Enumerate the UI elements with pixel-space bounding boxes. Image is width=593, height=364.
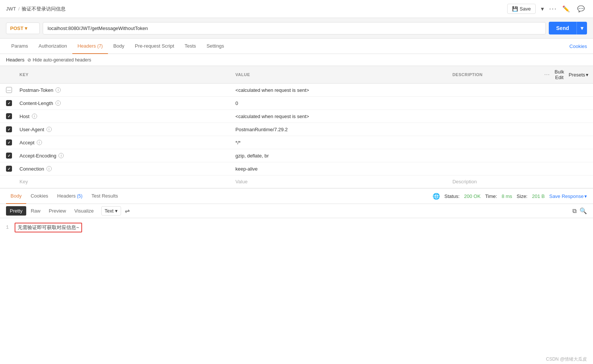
row-description [448,136,540,149]
info-icon[interactable]: i [46,166,52,171]
row-description [448,97,540,110]
row-actions [540,162,593,175]
url-input[interactable] [43,22,546,34]
response-section: Body Cookies Headers (5) Test Results 🌐 … [0,188,593,237]
row-actions [540,149,593,162]
size-value: 201 B [532,193,545,199]
tab-settings[interactable]: Settings [201,39,229,54]
globe-icon: 🌐 [433,193,440,200]
row-checkbox[interactable] [6,100,12,106]
info-icon[interactable]: i [58,153,64,158]
tab-headers[interactable]: Headers (7) [72,39,108,54]
table-row: Accept-Encodingigzip, deflate, br [0,149,593,162]
hide-auto-generated-button[interactable]: ⊘ Hide auto-generated headers [27,57,91,63]
row-value: keep-alive [231,162,448,175]
th-description: DESCRIPTION [448,66,540,84]
row-key: Connectioni [15,162,231,175]
response-tab-test-results[interactable]: Test Results [87,189,123,204]
footer: CSDN @情绪大瓜皮 [540,355,593,364]
more-options-button[interactable]: ··· [549,5,557,13]
info-icon[interactable]: i [46,127,52,132]
response-format-bar: Pretty Raw Preview Visualize Text ▾ ⇌ ⧉ … [0,204,593,218]
tab-body[interactable]: Body [108,39,130,54]
info-icon[interactable]: i [55,87,61,93]
chat-icon-button[interactable]: 💬 [575,4,587,14]
row-value: gzip, deflate, br [231,149,448,162]
text-format-select[interactable]: Text ▾ [101,206,121,216]
placeholder-value[interactable]: Value [231,175,448,188]
row-checkbox[interactable] [6,113,12,119]
time-label: Time: [485,193,497,199]
tab-authorization[interactable]: Authorization [33,39,72,54]
headers-table: KEY VALUE DESCRIPTION ··· Bulk Edit Pres… [0,66,593,188]
send-dropdown-icon: ▾ [577,22,587,34]
more-actions-icon[interactable]: ··· [544,72,550,77]
tab-tests[interactable]: Tests [180,39,201,54]
method-dropdown-icon: ▾ [25,25,27,31]
info-icon[interactable]: i [32,114,37,119]
row-checkbox-cell [0,110,15,123]
copy-button[interactable]: ⧉ [572,207,577,214]
tab-params[interactable]: Params [6,39,33,54]
save-response-dropdown-icon: ▾ [584,193,587,199]
send-button[interactable]: Send ▾ [549,22,587,34]
url-bar: POST ▾ Send ▾ [0,18,593,39]
row-actions [540,84,593,97]
wrap-icon[interactable]: ⇌ [125,207,130,214]
page-title: 验证不登录访问信息 [22,6,66,12]
format-tab-visualize[interactable]: Visualize [70,206,97,216]
row-checkbox-cell [0,123,15,136]
bulk-edit-button[interactable]: Bulk Edit [555,69,564,80]
response-body: 1 无需验证即可获取对应信息~ [0,218,593,237]
headers-table-wrapper: KEY VALUE DESCRIPTION ··· Bulk Edit Pres… [0,66,593,188]
breadcrumb-parent: JWT [6,6,16,12]
row-value: PostmanRuntime/7.29.2 [231,123,448,136]
response-tab-cookies[interactable]: Cookies [26,189,53,204]
hide-auto-icon: ⊘ [27,57,31,63]
row-checkbox[interactable] [6,166,12,172]
breadcrumb: JWT / 验证不登录访问信息 [6,6,66,12]
search-button[interactable]: 🔍 [580,207,587,214]
row-key: Postman-Tokeni [15,84,231,97]
response-tab-body[interactable]: Body [6,189,26,204]
tab-pre-request[interactable]: Pre-request Script [130,39,180,54]
method-select[interactable]: POST ▾ [6,22,40,34]
row-description [448,123,540,136]
format-select-dropdown-icon: ▾ [115,208,118,214]
row-actions [540,110,593,123]
row-key: Accepti [15,136,231,149]
placeholder-row: KeyValueDescription [0,175,593,188]
status-label: Status: [445,193,460,199]
row-description [448,162,540,175]
presets-button[interactable]: Presets ▾ [569,72,589,78]
headers-sub-bar: Headers ⊘ Hide auto-generated headers [0,54,593,66]
dropdown-arrow-button[interactable]: ▾ [539,4,546,14]
breadcrumb-slash: / [18,6,20,12]
footer-text: CSDN @情绪大瓜皮 [546,357,587,362]
row-checkbox-cell [0,162,15,175]
placeholder-key[interactable]: Key [15,175,231,188]
row-checkbox[interactable] [6,139,12,145]
placeholder-description[interactable]: Description [448,175,540,188]
table-row: Content-Lengthi0 [0,97,593,110]
row-actions [540,123,593,136]
info-icon[interactable]: i [55,100,61,106]
format-tab-preview[interactable]: Preview [45,206,70,216]
row-checkbox[interactable] [6,153,12,159]
row-description [448,110,540,123]
save-button[interactable]: 💾 Save [507,4,536,14]
row-actions [540,136,593,149]
format-tab-raw[interactable]: Raw [27,206,44,216]
th-value: VALUE [231,66,448,84]
table-row: Connectionikeep-alive [0,162,593,175]
row-checkbox[interactable] [6,87,12,93]
row-checkbox[interactable] [6,126,12,132]
edit-icon-button[interactable]: ✏️ [560,4,572,14]
row-checkbox-cell [0,136,15,149]
cookies-link[interactable]: Cookies [569,43,587,49]
response-tab-headers[interactable]: Headers (5) [53,189,87,204]
info-icon[interactable]: i [37,140,42,145]
row-value: <calculated when request is sent> [231,84,448,97]
format-tab-pretty[interactable]: Pretty [6,206,26,216]
save-response-button[interactable]: Save Response ▾ [549,193,587,199]
